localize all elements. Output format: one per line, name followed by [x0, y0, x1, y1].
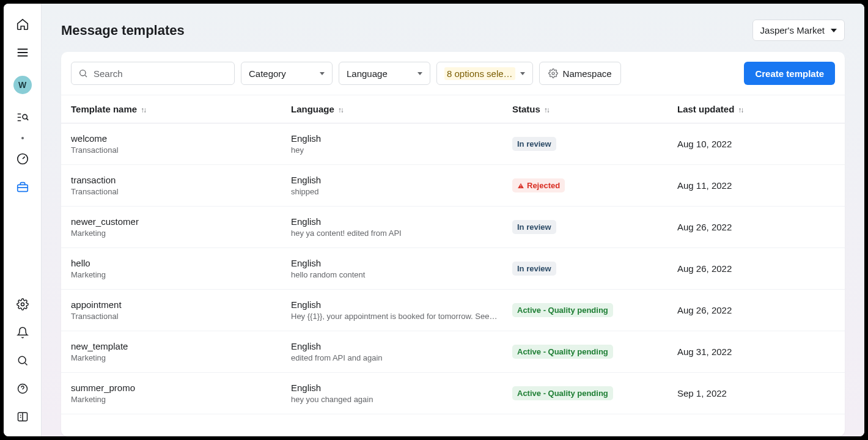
template-updated: Aug 11, 2022 [677, 180, 835, 191]
language-label: Language [347, 68, 388, 79]
template-language: English [291, 216, 512, 227]
settings-icon[interactable] [14, 296, 31, 313]
col-header-language[interactable]: Language↑↓ [291, 104, 512, 114]
table-row[interactable]: transactionTransactionalEnglishshippedRe… [61, 165, 845, 207]
table-header: Template name↑↓ Language↑↓ Status↑↓ Last… [61, 95, 845, 123]
table-row[interactable]: summer_promoMarketingEnglishhey you chan… [61, 373, 845, 414]
status-filter-label: 8 options sele… [444, 67, 515, 80]
col-header-updated[interactable]: Last updated↑↓ [677, 104, 835, 114]
gear-icon [548, 68, 558, 78]
table-row[interactable]: new_templateMarketingEnglishedited from … [61, 331, 845, 373]
svg-point-3 [21, 303, 24, 306]
template-preview: edited from API and again [291, 353, 512, 362]
warning-icon [517, 182, 524, 189]
status-badge: In review [512, 262, 556, 276]
toolbox-icon[interactable] [14, 178, 31, 196]
status-badge: Active - Quality pending [512, 303, 613, 317]
chevron-down-icon [320, 72, 325, 75]
sort-icon: ↑↓ [141, 106, 145, 114]
template-updated: Sep 1, 2022 [677, 388, 835, 398]
template-name: summer_promo [71, 383, 291, 393]
status-badge: In review [512, 220, 556, 234]
template-category: Marketing [71, 270, 291, 279]
sort-icon: ↑↓ [338, 106, 343, 114]
notifications-icon[interactable] [14, 324, 31, 341]
help-icon[interactable] [14, 380, 31, 397]
template-updated: Aug 10, 2022 [677, 139, 835, 149]
table-row[interactable]: welcomeTransactionalEnglishheyIn reviewA… [61, 123, 845, 165]
panel-icon[interactable] [14, 408, 31, 425]
namespace-label: Namespace [563, 68, 612, 79]
template-language: English [291, 175, 512, 185]
category-label: Category [249, 68, 286, 79]
template-preview: hey [291, 145, 512, 155]
template-preview: shipped [291, 187, 512, 196]
template-updated: Aug 26, 2022 [677, 263, 835, 274]
template-category: Marketing [71, 353, 291, 362]
svg-point-4 [18, 356, 26, 364]
dashboard-icon[interactable] [14, 150, 31, 167]
status-badge: Active - Quality pending [512, 345, 613, 359]
template-language: English [291, 258, 512, 268]
chevron-down-icon [831, 29, 837, 32]
search-input[interactable] [71, 62, 235, 85]
status-badge: Rejected [512, 178, 565, 193]
template-language: English [291, 299, 512, 310]
chevron-down-icon [417, 72, 422, 75]
svg-point-7 [80, 70, 86, 76]
template-updated: Aug 26, 2022 [677, 222, 835, 232]
sidebar: W [4, 4, 42, 436]
template-preview: hey ya content! edited from API [291, 229, 512, 238]
table-row[interactable]: newer_customerMarketingEnglishhey ya con… [61, 207, 845, 248]
status-badge: In review [512, 137, 556, 151]
separator-dot [21, 137, 24, 139]
home-icon[interactable] [14, 16, 31, 33]
table-row[interactable]: helloMarketingEnglishhello random conten… [61, 248, 845, 290]
status-badge: Active - Quality pending [512, 386, 613, 400]
namespace-button[interactable]: Namespace [539, 62, 621, 85]
main-content: Message templates Jasper's Market Catego… [42, 4, 864, 436]
language-filter[interactable]: Language [339, 62, 430, 85]
col-header-status[interactable]: Status↑↓ [512, 104, 677, 114]
template-category: Marketing [71, 395, 291, 404]
page-title: Message templates [61, 23, 185, 38]
template-preview: Hey {{1}}, your appointment is booked fo… [291, 312, 512, 321]
table-row[interactable]: appointmentTransactionalEnglishHey {{1}}… [61, 290, 845, 331]
search-icon [78, 68, 88, 78]
workspace-avatar[interactable]: W [13, 76, 32, 94]
create-template-button[interactable]: Create template [744, 62, 835, 85]
template-language: English [291, 133, 512, 144]
template-category: Marketing [71, 229, 291, 238]
status-filter[interactable]: 8 options sele… [436, 62, 533, 85]
menu-icon[interactable] [14, 44, 31, 61]
svg-point-8 [552, 72, 554, 75]
templates-panel: Category Language 8 options sele… Namesp… [61, 52, 845, 436]
search-wrap [71, 62, 235, 85]
template-name: appointment [71, 299, 291, 310]
chevron-down-icon [520, 72, 525, 75]
account-name: Jasper's Market [760, 25, 825, 35]
account-switcher[interactable]: Jasper's Market [752, 20, 845, 41]
template-category: Transactional [71, 145, 291, 155]
svg-rect-2 [17, 185, 28, 191]
template-preview: hello random content [291, 270, 512, 279]
template-language: English [291, 341, 512, 351]
template-name: transaction [71, 175, 291, 185]
search-icon[interactable] [14, 352, 31, 369]
sort-icon: ↑↓ [544, 106, 549, 114]
template-updated: Aug 26, 2022 [677, 305, 835, 315]
sort-icon: ↑↓ [738, 106, 743, 114]
svg-point-0 [23, 114, 27, 119]
templates-table: Template name↑↓ Language↑↓ Status↑↓ Last… [61, 95, 845, 436]
toolbar: Category Language 8 options sele… Namesp… [61, 52, 845, 95]
template-category: Transactional [71, 312, 291, 321]
template-name: hello [71, 258, 291, 268]
template-name: new_template [71, 341, 291, 351]
category-filter[interactable]: Category [241, 62, 333, 85]
inspect-icon[interactable] [14, 109, 31, 126]
template-name: welcome [71, 133, 291, 144]
template-name: newer_customer [71, 216, 291, 227]
page-header: Message templates Jasper's Market [42, 4, 864, 52]
template-language: English [291, 383, 512, 393]
col-header-name[interactable]: Template name↑↓ [71, 104, 291, 114]
